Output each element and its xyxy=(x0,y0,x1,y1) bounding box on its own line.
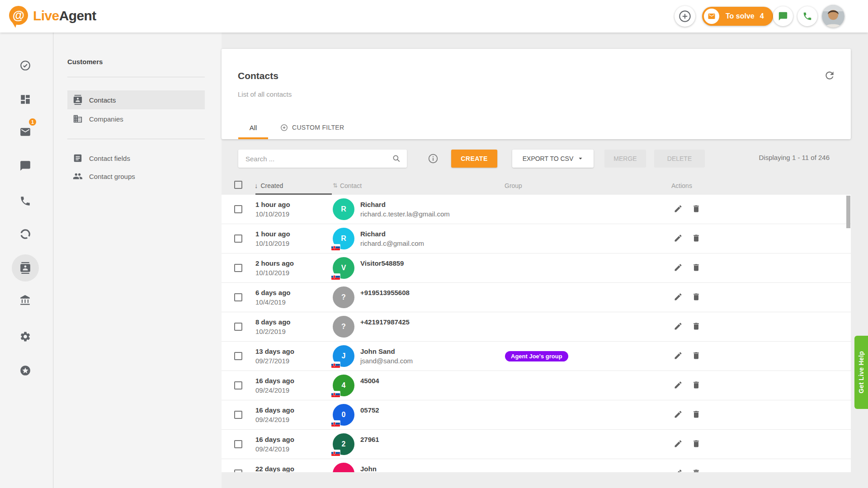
delete-row-button[interactable] xyxy=(692,351,703,362)
created-cell: 22 days ago xyxy=(255,464,294,472)
to-solve-button[interactable]: To solve 4 xyxy=(702,7,773,26)
contact-cell: John xyxy=(360,464,377,472)
table-row[interactable]: 16 days ago 09/24/2019 0 05752 xyxy=(222,400,851,430)
table-row[interactable]: 22 days ago John xyxy=(222,459,851,472)
edit-button[interactable] xyxy=(674,234,684,244)
page-subtitle: List of all contacts xyxy=(238,90,292,98)
created-relative: 6 days ago xyxy=(255,288,291,297)
liveagent-logo[interactable]: @ LiveAgent xyxy=(9,6,96,26)
row-checkbox[interactable] xyxy=(234,235,242,243)
delete-row-button[interactable] xyxy=(692,322,703,333)
slovakia-flag-icon xyxy=(331,391,340,397)
edit-button[interactable] xyxy=(674,322,684,333)
edit-button[interactable] xyxy=(674,351,684,362)
edit-pencil-icon xyxy=(674,263,683,272)
row-checkbox[interactable] xyxy=(234,323,242,331)
avatar: R xyxy=(333,228,354,249)
trash-icon xyxy=(692,322,701,331)
chats-button[interactable] xyxy=(773,6,793,26)
rail-item-calls[interactable] xyxy=(15,191,35,211)
logo-text: LiveAgent xyxy=(33,6,96,26)
delete-row-button[interactable] xyxy=(692,292,703,303)
row-checkbox[interactable] xyxy=(234,469,242,472)
search-input[interactable] xyxy=(238,155,386,163)
avatar xyxy=(333,463,354,472)
delete-row-button[interactable] xyxy=(692,234,703,244)
table-row[interactable]: 2 hours ago 10/10/2019 V Visitor548859 xyxy=(222,253,851,283)
edit-button[interactable] xyxy=(674,410,684,421)
info-icon xyxy=(428,153,439,164)
created-date: 09/27/2019 xyxy=(255,356,294,366)
merge-button[interactable]: MERGE xyxy=(604,150,646,168)
table-scrollbar[interactable] xyxy=(846,196,850,228)
rail-item-getting-started[interactable] xyxy=(15,361,35,380)
table-row[interactable]: 1 hour ago 10/10/2019 R Richard richard.… xyxy=(222,224,851,253)
search-box xyxy=(238,150,407,168)
get-live-help-tab[interactable]: Get Live Help xyxy=(854,336,868,409)
rail-item-billing[interactable] xyxy=(15,291,35,310)
row-checkbox[interactable] xyxy=(234,264,242,272)
edit-button[interactable] xyxy=(674,380,684,391)
tab-all[interactable]: All xyxy=(238,116,268,139)
create-button[interactable]: CREATE xyxy=(451,150,497,168)
reports-ring-icon xyxy=(19,228,31,240)
row-checkbox[interactable] xyxy=(234,411,242,419)
rail-item-dashboard[interactable] xyxy=(15,89,35,109)
export-csv-button[interactable]: EXPORT TO CSV xyxy=(512,150,594,168)
delete-row-button[interactable] xyxy=(692,204,703,215)
table-row[interactable]: 16 days ago 09/24/2019 4 45004 xyxy=(222,371,851,400)
column-header-created[interactable]: ↓ Created xyxy=(255,176,283,195)
edit-button[interactable] xyxy=(674,263,684,274)
rail-item-settings[interactable] xyxy=(15,327,35,347)
table-row[interactable]: 6 days ago 10/4/2019 ? +919513955608 xyxy=(222,283,851,312)
row-checkbox[interactable] xyxy=(234,205,242,213)
edit-button[interactable] xyxy=(674,204,684,215)
created-cell: 16 days ago 09/24/2019 xyxy=(255,405,294,424)
rail-item-reports[interactable] xyxy=(15,224,35,244)
tab-custom-filter[interactable]: CUSTOM FILTER xyxy=(280,116,344,139)
sidebar-item-contact-groups[interactable]: Contact groups xyxy=(67,167,205,186)
edit-button[interactable] xyxy=(674,439,684,450)
delete-row-button[interactable] xyxy=(692,410,703,421)
contact-name: 05752 xyxy=(360,405,379,415)
refresh-button[interactable] xyxy=(824,70,835,81)
user-avatar[interactable] xyxy=(822,5,844,28)
contact-name: Visitor548859 xyxy=(360,258,404,268)
created-date: 10/10/2019 xyxy=(255,239,290,248)
created-relative: 1 hour ago xyxy=(255,200,290,209)
row-checkbox[interactable] xyxy=(234,381,242,389)
rail-item-chats[interactable] xyxy=(15,156,35,176)
table-row[interactable]: 1 hour ago 10/10/2019 R Richard richard.… xyxy=(222,195,851,224)
table-row[interactable]: 13 days ago 09/27/2019 J John Sand jsand… xyxy=(222,342,851,371)
rail-item-customers[interactable] xyxy=(12,254,39,282)
table-row[interactable]: 16 days ago 09/24/2019 2 27961 xyxy=(222,430,851,459)
created-cell: 16 days ago 09/24/2019 xyxy=(255,376,294,395)
row-checkbox[interactable] xyxy=(234,352,242,360)
column-header-contact[interactable]: ⇅ Contact xyxy=(333,176,362,195)
add-button[interactable] xyxy=(675,6,695,27)
row-checkbox[interactable] xyxy=(234,440,242,448)
sidebar-item-contacts[interactable]: Contacts xyxy=(67,90,205,109)
sidebar-item-contact-fields[interactable]: Contact fields xyxy=(67,149,205,168)
delete-button[interactable]: DELETE xyxy=(654,150,705,168)
row-checkbox[interactable] xyxy=(234,293,242,301)
calls-button[interactable] xyxy=(797,6,817,26)
created-relative: 16 days ago xyxy=(255,376,294,385)
select-all-checkbox[interactable] xyxy=(234,181,242,189)
delete-row-button[interactable] xyxy=(692,469,703,472)
chat-icon xyxy=(778,11,788,21)
page-title: Contacts xyxy=(238,70,278,81)
delete-row-button[interactable] xyxy=(692,263,703,274)
delete-row-button[interactable] xyxy=(692,380,703,391)
edit-button[interactable] xyxy=(674,292,684,303)
rail-item-tasks[interactable] xyxy=(15,56,35,75)
search-button[interactable] xyxy=(386,150,407,168)
created-cell: 1 hour ago 10/10/2019 xyxy=(255,200,290,219)
created-relative: 1 hour ago xyxy=(255,229,290,239)
delete-row-button[interactable] xyxy=(692,439,703,450)
trash-icon xyxy=(692,410,701,419)
table-row[interactable]: 8 days ago 10/2/2019 ? +421917987425 xyxy=(222,312,851,342)
edit-button[interactable] xyxy=(674,469,684,472)
info-button[interactable] xyxy=(428,153,439,164)
sidebar-item-companies[interactable]: Companies xyxy=(67,109,205,128)
